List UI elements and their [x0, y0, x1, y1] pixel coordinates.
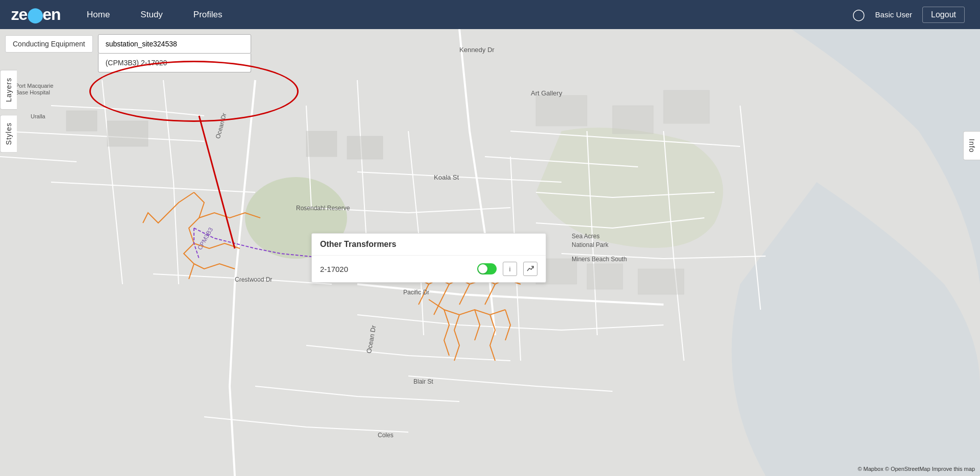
svg-text:Sea Acres: Sea Acres [572, 233, 600, 240]
svg-rect-3 [107, 121, 148, 146]
search-input[interactable] [98, 34, 251, 54]
svg-rect-5 [347, 136, 383, 159]
nav-profiles[interactable]: Profiles [178, 0, 238, 29]
svg-text:Rosendahl Reserve: Rosendahl Reserve [296, 205, 350, 212]
navbar: ze⬤en Home Study Profiles ◯ Basic User L… [0, 0, 980, 29]
toggle-knob [478, 264, 487, 273]
svg-text:Uralla: Uralla [31, 113, 46, 119]
svg-rect-11 [638, 269, 684, 294]
search-box-container: (CPM3B3) 2-17020 [98, 34, 251, 54]
app-logo[interactable]: ze⬤en [0, 5, 71, 24]
svg-rect-6 [536, 95, 587, 126]
layers-button[interactable]: Layers [0, 70, 17, 110]
chart-icon [526, 265, 534, 273]
map-container[interactable]: Koala St Kennedy Dr Ocean Dr Rosendahl R… [0, 29, 980, 476]
chart-icon-btn[interactable] [523, 262, 537, 276]
user-label: Basic User [875, 10, 913, 19]
styles-button[interactable]: Styles [0, 115, 17, 153]
info-icon-btn[interactable]: i [503, 262, 517, 276]
nav-home[interactable]: Home [71, 0, 125, 29]
svg-text:Crestwood Dr: Crestwood Dr [235, 276, 272, 283]
side-panel-right: Info [963, 131, 980, 162]
logo-text: ze⬤en [11, 5, 60, 24]
side-panel-left: Layers Styles [0, 70, 17, 153]
nav-study[interactable]: Study [125, 0, 178, 29]
map-attribution: © Mapbox © OpenStreetMap Improve this ma… [857, 466, 975, 472]
search-dropdown-item[interactable]: (CPM3B3) 2-17020 [99, 54, 251, 72]
svg-rect-2 [66, 111, 97, 131]
nav-right: ◯ Basic User Logout [852, 7, 980, 23]
popup-row: 2-17020 i [312, 256, 546, 282]
svg-text:Blair St: Blair St [413, 378, 433, 385]
svg-rect-10 [587, 264, 623, 289]
info-button[interactable]: Info [963, 131, 980, 160]
svg-text:Pacific Dr: Pacific Dr [403, 289, 429, 296]
svg-text:Coles: Coles [378, 432, 394, 439]
svg-text:Art Gallery: Art Gallery [531, 89, 562, 97]
svg-rect-7 [612, 106, 653, 134]
popup-header: Other Transformers [312, 234, 546, 256]
user-icon[interactable]: ◯ [852, 8, 865, 21]
svg-text:Miners Beach South: Miners Beach South [572, 256, 627, 263]
logout-button[interactable]: Logout [922, 7, 965, 23]
search-area: Conducting Equipment (CPM3B3) 2-17020 [5, 34, 251, 54]
svg-text:Base Hospital: Base Hospital [15, 89, 50, 95]
conducting-label: Conducting Equipment [5, 35, 93, 53]
nav-links: Home Study Profiles [71, 0, 238, 29]
svg-text:Port Macquarie: Port Macquarie [15, 83, 54, 89]
svg-text:Kennedy Dr: Kennedy Dr [459, 46, 495, 54]
svg-rect-4 [306, 131, 337, 157]
svg-text:National Park: National Park [572, 241, 609, 248]
svg-rect-8 [664, 90, 709, 123]
search-dropdown: (CPM3B3) 2-17020 [98, 54, 251, 72]
transformer-popup: Other Transformers 2-17020 i [311, 233, 546, 283]
transformer-id: 2-17020 [320, 265, 471, 273]
toggle-switch[interactable] [477, 263, 497, 274]
svg-text:Koala St: Koala St [434, 173, 459, 181]
